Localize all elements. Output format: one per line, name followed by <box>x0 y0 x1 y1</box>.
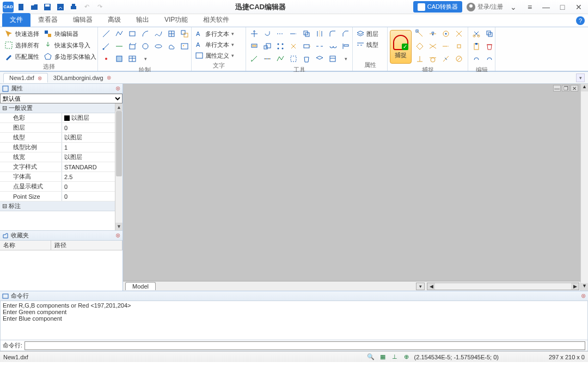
properties-scrollbar[interactable]: ▲ ▼ <box>115 103 122 230</box>
prop-row[interactable]: 图层 0 <box>0 123 115 133</box>
status-snap-icon[interactable]: ⊥ <box>390 353 399 361</box>
prop-section-annot[interactable]: ⊟ 标注 <box>0 201 115 211</box>
doctab-1-close-icon[interactable]: ⊗ <box>38 75 42 81</box>
prop-val[interactable]: 0 <box>62 192 115 201</box>
snap-quad-icon[interactable] <box>414 41 426 52</box>
canvas-hscrollbar[interactable]: ◀ ▶ <box>427 283 579 290</box>
edit-delete-icon[interactable] <box>483 41 495 52</box>
scroll-thumb[interactable] <box>116 111 122 176</box>
prop-section-general[interactable]: ⊟ 一般设置 <box>0 103 115 113</box>
tool-explode-icon[interactable] <box>287 41 299 52</box>
prop-val[interactable]: 0 <box>62 182 115 191</box>
mtext-button[interactable]: A多行文本▾ <box>194 28 243 39</box>
prop-row[interactable]: 线型比例 1 <box>0 143 115 152</box>
snap-int-icon[interactable] <box>427 41 439 52</box>
tool-props-icon[interactable] <box>327 53 339 64</box>
qat-save-icon[interactable] <box>41 1 53 13</box>
draw-table-icon[interactable] <box>126 53 138 64</box>
status-grid-icon[interactable]: ▦ <box>378 353 387 361</box>
tool-move-icon[interactable] <box>248 28 260 39</box>
linetype-button[interactable]: 线型 <box>355 39 385 50</box>
match-props-button[interactable]: 匹配属性 <box>3 51 40 62</box>
draw-ellipse-icon[interactable] <box>152 41 164 52</box>
prop-val[interactable]: 1 <box>62 143 115 152</box>
draw-3dpoly-icon[interactable] <box>126 41 138 52</box>
edit-cut-icon[interactable] <box>470 28 482 39</box>
tab-related[interactable]: 相关软件 <box>195 13 237 27</box>
tab-file[interactable]: 文件 <box>2 13 30 27</box>
draw-polyline-icon[interactable] <box>113 28 125 39</box>
favorites-pin-icon[interactable]: ⊗ <box>115 232 120 239</box>
snap-ins-icon[interactable] <box>453 41 465 52</box>
tab-editor[interactable]: 编辑器 <box>65 13 100 27</box>
help-icon[interactable]: ? <box>576 16 585 25</box>
tool-array-icon[interactable] <box>274 41 286 52</box>
qat-saveas-icon[interactable] <box>54 1 66 13</box>
dropdown-icon[interactable]: ⌄ <box>507 1 519 13</box>
doctab-1[interactable]: New1.dxf ⊗ <box>3 73 48 83</box>
snap-none-icon[interactable] <box>453 53 465 64</box>
status-ortho-icon[interactable]: ⊕ <box>402 353 411 361</box>
tool-more-icon[interactable]: ▾ <box>340 53 352 64</box>
draw-cloud-icon[interactable] <box>166 41 177 52</box>
tool-copy-icon[interactable] <box>301 28 313 39</box>
tab-output[interactable]: 输出 <box>128 13 157 27</box>
app-logo[interactable]: CAD <box>2 1 14 13</box>
prop-val[interactable]: STANDARD <box>62 162 115 171</box>
properties-pin-icon[interactable]: ⊗ <box>115 85 120 92</box>
tool-measure-icon[interactable] <box>248 53 260 64</box>
draw-region-icon[interactable] <box>179 28 191 39</box>
doctab-2-close-icon[interactable]: ⊗ <box>107 75 111 81</box>
tool-boundary-icon[interactable] <box>287 53 299 64</box>
model-tab[interactable]: Model <box>125 282 156 290</box>
tool-stretch-icon[interactable] <box>301 41 313 52</box>
tab-advanced[interactable]: 高级 <box>100 13 128 27</box>
snap-mid-icon[interactable] <box>427 28 439 39</box>
prop-row[interactable]: Point Size 0 <box>0 192 115 201</box>
maximize-icon[interactable]: □ <box>556 1 568 13</box>
snap-center-icon[interactable] <box>440 28 452 39</box>
canvas-close-icon[interactable]: ✕ <box>571 85 578 91</box>
prop-row[interactable]: 线型 以图层 <box>0 133 115 143</box>
hscroll-left-icon[interactable]: ◀ <box>427 283 435 290</box>
tool-layer-icon[interactable] <box>314 53 326 64</box>
doctab-dropdown-icon[interactable]: ▾ <box>576 73 585 82</box>
draw-rect-icon[interactable] <box>126 28 138 39</box>
status-search-icon[interactable]: 🔍 <box>366 353 375 361</box>
prop-row[interactable]: 色彩 以图层 <box>0 113 115 123</box>
tool-join-icon[interactable] <box>327 41 339 52</box>
layer-button[interactable]: 图层 <box>355 28 385 39</box>
draw-arc-icon[interactable] <box>139 28 151 39</box>
draw-more-icon[interactable]: ▾ <box>139 53 151 64</box>
snap-toggle-button[interactable]: 捕捉 <box>390 30 412 64</box>
draw-line-icon[interactable] <box>100 28 112 39</box>
snap-near-icon[interactable] <box>440 53 452 64</box>
edit-paste-icon[interactable] <box>470 41 482 52</box>
tool-scale-icon[interactable] <box>261 41 273 52</box>
tool-chamfer-icon[interactable] <box>340 28 352 39</box>
prop-val[interactable]: 以图层 <box>62 152 115 162</box>
tool-break-icon[interactable] <box>314 41 326 52</box>
draw-block-icon[interactable] <box>113 53 125 64</box>
prop-val[interactable]: 以图层 <box>62 133 115 142</box>
close-icon[interactable]: ✕ <box>573 1 585 13</box>
tool-purge-icon[interactable] <box>301 53 313 64</box>
scroll-up-icon[interactable]: ▲ <box>115 103 122 111</box>
prop-val[interactable]: 以图层 <box>62 113 115 122</box>
draw-xline-icon[interactable] <box>113 41 125 52</box>
scroll-down-icon[interactable]: ▼ <box>115 223 122 230</box>
tool-mirror-icon[interactable] <box>314 28 326 39</box>
canvas-vscrollbar[interactable]: ▲ ▼ <box>580 84 588 291</box>
edit-redo2-icon[interactable] <box>483 53 495 64</box>
attrdef-button[interactable]: 属性定义▾ <box>194 50 243 61</box>
fav-col-name[interactable]: 名称 <box>0 241 51 250</box>
text-button[interactable]: A单行文本▾ <box>194 39 243 50</box>
properties-default-select[interactable]: 默认值 <box>0 94 122 103</box>
edit-undo2-icon[interactable] <box>470 53 482 64</box>
block-editor-button[interactable]: 块编辑器 <box>42 28 97 39</box>
snap-end-icon[interactable] <box>414 28 426 39</box>
snap-perp-icon[interactable] <box>414 53 426 64</box>
draw-image-icon[interactable] <box>179 41 191 52</box>
prop-val[interactable]: 2.5 <box>62 172 115 181</box>
hscroll-right-icon[interactable]: ▶ <box>571 283 579 290</box>
